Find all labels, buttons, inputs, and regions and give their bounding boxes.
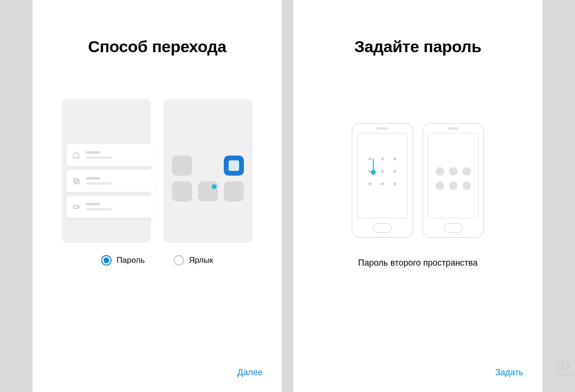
home-button-icon (373, 223, 392, 233)
illustration-shortcut-card (163, 99, 253, 243)
app-icon (172, 156, 192, 176)
screen-transition-method: Способ перехода (33, 0, 282, 392)
list-item (67, 144, 156, 166)
radio-shortcut-label: Ярлык (189, 256, 213, 265)
radio-group-method: Пароль Ярлык (101, 255, 213, 266)
page-title: Способ перехода (88, 37, 227, 56)
watermark: iD игатор (556, 359, 575, 378)
app-icon-accent (224, 156, 244, 176)
radio-password-label: Пароль (116, 256, 145, 265)
home-icon (72, 151, 80, 159)
radio-circle-icon (101, 255, 112, 266)
illustration-phones (352, 123, 484, 238)
svg-rect-2 (73, 205, 79, 208)
copy-icon (72, 177, 80, 185)
phone-pin-illustration (423, 123, 484, 238)
pin-dots-icon (436, 167, 471, 190)
set-button[interactable]: Задать (495, 368, 523, 378)
list-item (67, 170, 156, 192)
radio-shortcut[interactable]: Ярлык (173, 255, 213, 266)
phone-pattern-illustration (352, 123, 413, 238)
app-icon (224, 181, 244, 202)
illustration-password-card (62, 99, 151, 243)
next-button[interactable]: Далее (237, 368, 263, 378)
radio-password[interactable]: Пароль (101, 255, 145, 266)
battery-icon (72, 203, 80, 211)
radio-circle-icon (173, 255, 184, 266)
screen-set-password: Задайте пароль (293, 0, 542, 392)
svg-rect-3 (79, 206, 80, 207)
pattern-accent-dot-icon (371, 170, 376, 175)
svg-rect-1 (75, 180, 79, 184)
app-icon (172, 181, 192, 202)
page-title: Задайте пароль (354, 37, 481, 56)
svg-rect-0 (74, 179, 78, 182)
subtitle: Пароль второго пространства (358, 258, 477, 268)
list-item (67, 196, 156, 218)
home-button-icon (444, 223, 463, 233)
illustration-row (62, 99, 253, 243)
accent-dot-icon (212, 184, 217, 189)
